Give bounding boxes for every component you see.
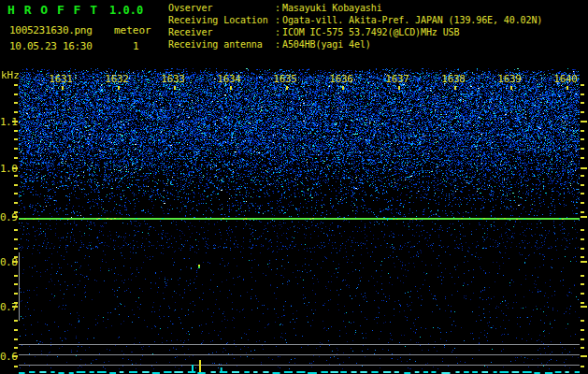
info-separator: : (275, 2, 282, 14)
freq-minor-tick (581, 148, 584, 150)
mode-label: meteor (114, 24, 151, 36)
info-row-antenna: Receiving antenna : A504HB(yagi 4el) (168, 38, 542, 50)
freq-minor-tick (14, 256, 18, 258)
freq-major-tick (12, 355, 18, 357)
time-tick-label: 1639 (487, 73, 532, 85)
time-tick-mark (174, 86, 176, 90)
time-tick-mark (118, 86, 120, 90)
info-row-location: Receiving Location : Ogata-vill. Akita-P… (168, 14, 542, 26)
freq-minor-tick (14, 338, 18, 340)
freq-minor-tick (14, 283, 18, 285)
freq-minor-tick (581, 248, 584, 250)
info-value: Masayuki Kobayashi (282, 2, 382, 14)
output-filename: 1005231630.png (9, 24, 93, 36)
freq-minor-tick (14, 248, 18, 250)
freq-minor-tick (581, 202, 584, 204)
info-separator: : (275, 14, 282, 26)
freq-minor-tick (14, 293, 18, 295)
time-tick-label: 1635 (263, 73, 308, 85)
time-tick-mark (230, 86, 232, 90)
freq-major-tick (12, 167, 18, 169)
freq-major-tick (581, 355, 587, 357)
freq-minor-tick (581, 193, 584, 194)
time-tick-label: 1636 (319, 73, 364, 85)
info-value: A504HB(yagi 4el) (282, 38, 371, 50)
freq-major-tick (581, 216, 587, 218)
info-row-receiver: Receiver : ICOM IC-575 53.7492(@LCD)MHz … (168, 26, 542, 38)
freq-minor-tick (14, 94, 18, 95)
freq-minor-tick (581, 138, 584, 140)
info-label: Receiving antenna (168, 38, 275, 50)
freq-minor-tick (14, 202, 18, 204)
app-version: 1.0.0 (109, 4, 143, 17)
spectrogram-canvas (19, 58, 580, 374)
freq-tick-label: 0.9 (0, 211, 13, 223)
info-value: ICOM IC-575 53.7492(@LCD)MHz USB (282, 26, 459, 38)
freq-minor-tick (14, 138, 18, 140)
freq-major-tick (581, 261, 587, 263)
info-separator: : (275, 26, 282, 38)
info-label: Receiving Location (168, 14, 275, 26)
time-tick-mark (454, 86, 456, 90)
freq-minor-tick (14, 329, 18, 331)
freq-minor-tick (14, 238, 18, 240)
time-tick-label: 1638 (431, 73, 476, 85)
freq-minor-tick (581, 338, 584, 340)
hrofft-spectrogram-image: H R O F F T1.0.0 1005231630.png meteor 1… (0, 0, 588, 374)
freq-minor-tick (581, 320, 584, 322)
freq-minor-tick (14, 84, 18, 86)
freq-major-tick (12, 306, 18, 308)
time-tick-mark (566, 86, 568, 90)
app-title: H R O F F T (7, 3, 98, 17)
freq-major-tick (12, 216, 18, 218)
freq-major-tick (12, 261, 18, 263)
freq-minor-tick (581, 275, 584, 277)
freq-minor-tick (581, 366, 584, 367)
freq-tick-label: 1.1 (0, 116, 13, 128)
echo-count: 1 (133, 40, 139, 52)
freq-minor-tick (581, 238, 584, 240)
freq-major-tick (581, 306, 587, 308)
time-tick-mark (342, 86, 344, 90)
time-tick-label: 1633 (151, 73, 195, 85)
freq-minor-tick (14, 275, 18, 277)
info-label: Receiver (168, 26, 275, 38)
freq-minor-tick (14, 320, 18, 322)
freq-minor-tick (14, 211, 18, 213)
freq-minor-tick (14, 302, 18, 304)
time-tick-label: 1637 (375, 73, 420, 85)
freq-major-tick (581, 167, 587, 169)
frame-datetime: 10.05.23 16:30 (9, 40, 93, 52)
freq-minor-tick (581, 157, 584, 159)
freq-minor-tick (581, 302, 584, 304)
freq-minor-tick (14, 148, 18, 150)
freq-minor-tick (14, 229, 18, 231)
time-tick-label: 1631 (38, 73, 83, 85)
freq-minor-tick (581, 84, 584, 86)
time-tick-label: 1632 (94, 73, 139, 85)
freq-tick-label: 1.0 (0, 163, 13, 175)
freq-minor-tick (581, 283, 584, 285)
freq-minor-tick (581, 293, 584, 295)
freq-minor-tick (581, 347, 584, 349)
freq-minor-tick (581, 256, 584, 258)
freq-minor-tick (581, 229, 584, 231)
freq-tick-label: 0.7 (0, 301, 13, 313)
freq-minor-tick (581, 111, 584, 113)
freq-minor-tick (581, 130, 584, 132)
time-tick-mark (398, 86, 400, 90)
freq-tick-label: 0.8 (0, 256, 13, 268)
freq-minor-tick (14, 102, 18, 104)
freq-major-tick (581, 121, 587, 122)
freq-minor-tick (581, 329, 584, 331)
app-title-row: H R O F F T1.0.0 (7, 3, 143, 17)
freq-minor-tick (14, 184, 18, 186)
freq-minor-tick (581, 102, 584, 104)
freq-minor-tick (581, 175, 584, 177)
info-value: Ogata-vill. Akita-Pref. JAPAN (139.96E, … (282, 14, 542, 26)
freq-minor-tick (14, 111, 18, 113)
freq-minor-tick (14, 366, 18, 367)
freq-minor-tick (14, 347, 18, 349)
info-label: Ovserver (168, 2, 275, 14)
freq-minor-tick (14, 130, 18, 132)
